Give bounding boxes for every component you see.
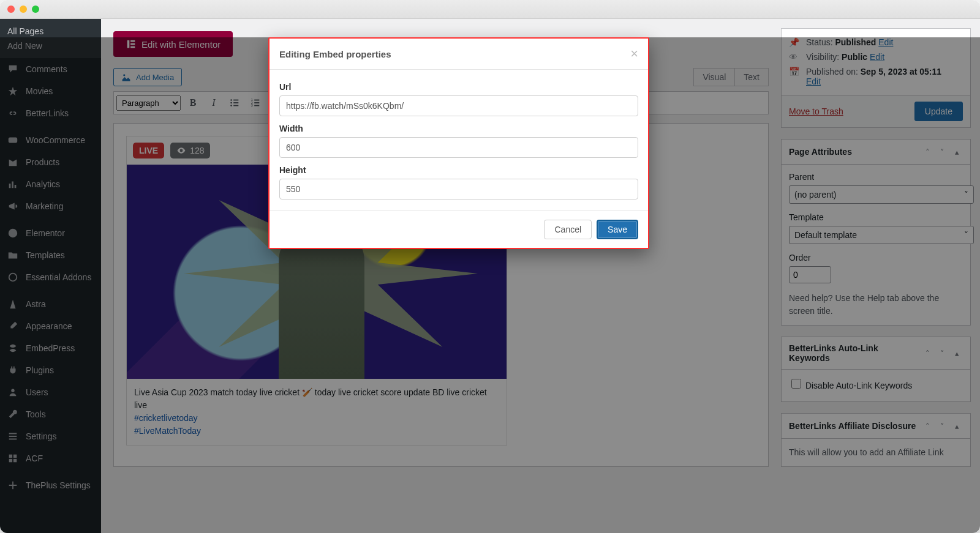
mac-window: All Pages Add New Comments Movies Better… [0, 0, 980, 533]
app-body: All Pages Add New Comments Movies Better… [0, 19, 980, 533]
mac-close-dot[interactable] [7, 6, 15, 13]
cancel-button[interactable]: Cancel [544, 220, 592, 239]
width-input[interactable] [279, 137, 638, 158]
width-label: Width [279, 124, 638, 133]
save-button[interactable]: Save [597, 220, 638, 239]
modal-title: Editing Embed properties [279, 49, 391, 59]
url-input[interactable] [279, 95, 638, 116]
mac-zoom-dot[interactable] [32, 6, 39, 13]
mac-minimize-dot[interactable] [20, 6, 27, 13]
embed-properties-modal: Editing Embed properties × Url Width Hei… [268, 37, 649, 249]
sidebar-sub-all-pages[interactable]: All Pages [7, 24, 101, 39]
modal-close-icon[interactable]: × [630, 47, 638, 61]
height-input[interactable] [279, 179, 638, 199]
url-label: Url [279, 82, 638, 92]
height-label: Height [279, 165, 638, 175]
mac-titlebar [0, 0, 980, 19]
